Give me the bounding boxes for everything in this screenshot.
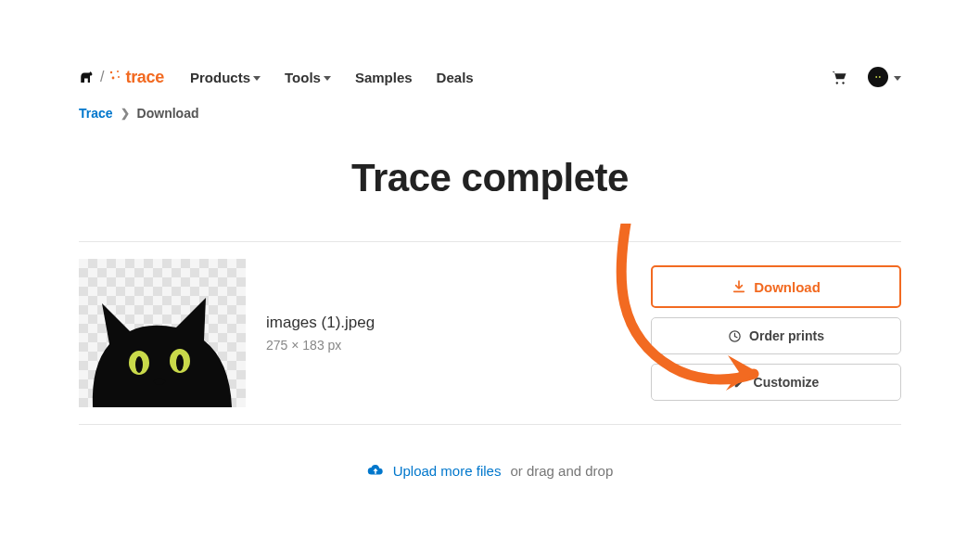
chevron-down-icon — [894, 76, 901, 81]
chevron-down-icon — [324, 76, 331, 81]
result-thumbnail[interactable] — [79, 259, 246, 407]
download-button[interactable]: Download — [651, 265, 901, 308]
svg-point-2 — [112, 76, 115, 79]
svg-point-8 — [135, 356, 143, 373]
sparkle-icon — [108, 70, 121, 85]
brand-logo[interactable]: / trace — [79, 68, 164, 87]
svg-point-5 — [879, 76, 881, 78]
svg-point-3 — [118, 76, 120, 78]
customize-label: Customize — [754, 375, 820, 390]
top-nav: / trace Products Tools Samples Deals — [79, 0, 901, 98]
customize-button[interactable]: Customize — [651, 364, 901, 401]
nav-right — [831, 67, 901, 87]
nav-products-label: Products — [190, 70, 250, 85]
nav-tools-label: Tools — [285, 70, 321, 85]
upload-subtext: or drag and drop — [510, 463, 613, 479]
cloud-upload-icon — [367, 462, 384, 479]
brand-name: trace — [125, 68, 164, 87]
chevron-down-icon — [253, 76, 261, 81]
action-buttons: Download Order prints Customize — [651, 265, 901, 401]
page-title: Trace complete — [79, 156, 901, 200]
breadcrumb-current: Download — [137, 106, 199, 121]
result-row: images (1).jpeg 275 × 183 px Download Or… — [79, 242, 901, 424]
user-menu[interactable] — [868, 67, 901, 87]
upload-link[interactable]: Upload more files — [393, 463, 502, 479]
svg-point-1 — [117, 71, 119, 72]
nav-samples-label: Samples — [355, 70, 413, 85]
upload-row[interactable]: Upload more files or drag and drop — [79, 425, 901, 479]
chevron-right-icon: ❯ — [121, 107, 130, 120]
order-prints-button[interactable]: Order prints — [651, 317, 901, 354]
svg-point-9 — [176, 354, 184, 371]
breadcrumb-root[interactable]: Trace — [79, 106, 113, 121]
download-icon — [732, 279, 746, 294]
nav-items: Products Tools Samples Deals — [190, 70, 474, 85]
file-dimensions: 275 × 183 px — [266, 338, 375, 353]
breadcrumb: Trace ❯ Download — [79, 98, 901, 121]
nav-tools[interactable]: Tools — [285, 70, 331, 85]
pencil-icon — [733, 376, 746, 389]
nav-products[interactable]: Products — [190, 70, 261, 85]
file-meta: images (1).jpeg 275 × 183 px — [266, 314, 375, 353]
slash-separator: / — [100, 69, 104, 85]
download-label: Download — [754, 279, 821, 295]
nav-samples[interactable]: Samples — [355, 70, 413, 85]
clock-icon — [728, 329, 742, 343]
svg-point-0 — [110, 71, 112, 72]
horse-icon — [79, 70, 95, 84]
avatar — [868, 67, 888, 87]
file-name: images (1).jpeg — [266, 314, 375, 332]
svg-point-4 — [875, 76, 877, 78]
nav-deals[interactable]: Deals — [437, 70, 474, 85]
order-prints-label: Order prints — [749, 328, 824, 343]
cart-icon[interactable] — [831, 70, 847, 84]
nav-deals-label: Deals — [437, 70, 474, 85]
